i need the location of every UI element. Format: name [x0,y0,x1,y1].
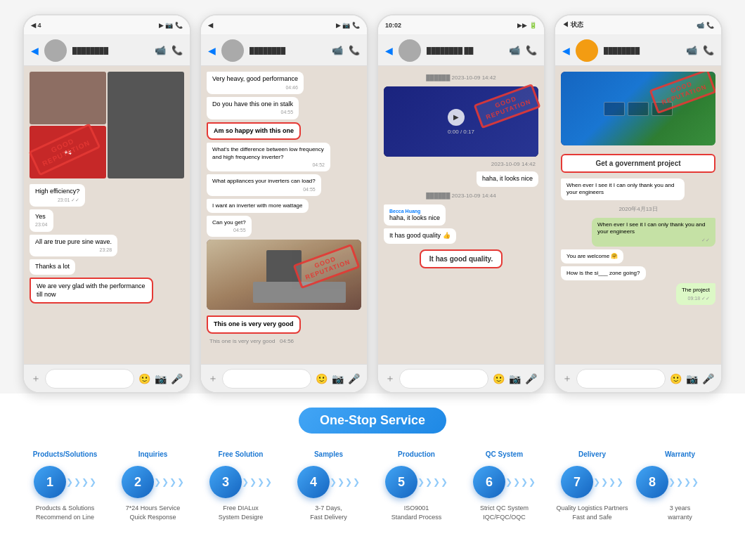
mic-icon-4[interactable]: 🎤 [702,373,714,384]
plus-icon-2[interactable]: ＋ [208,372,218,385]
msg-happy: Am so happy with this one [207,122,301,141]
header-icons-3: 📹 📞 [509,45,537,56]
step-6-row: 6 ❯ ❯ ❯ ❯ [460,466,548,498]
image-container-2: GOOD REPUTATION [207,240,361,310]
msg-appliances: What appliances your inverters can load?… [207,174,321,195]
video-player: ▶ 0:00 / 0:17 GOOD REPUTATION [384,86,538,157]
chat-header-3: ◀ ████████ ██ 📹 📞 [378,35,544,66]
step-3-arrows: ❯ ❯ ❯ ❯ [242,478,272,486]
msg-project: The project 09:18 ✓✓ [676,283,715,304]
message-input-1[interactable] [45,369,134,389]
back-arrow-2[interactable]: ◀ [208,45,216,56]
msg-thanks: Thanks a lot [30,259,75,275]
plus-icon-4[interactable]: ＋ [562,372,572,385]
back-arrow[interactable]: ◀ [31,45,39,56]
step-3-label-top: Free Solution [219,450,264,460]
step-5-row: 5 ❯ ❯ ❯ ❯ [372,466,460,498]
step-4-row: 4 ❯ ❯ ❯ ❯ [285,466,372,498]
solar-image: GOOD REPUTATION [561,72,715,145]
msg-can-you-get: Can you get? 04:55 [207,216,252,237]
video-icon-2[interactable]: 📹 [332,45,343,56]
step-7-row: 7 ❯ ❯ ❯ ❯ [548,466,636,498]
video-container: ▶ 0:00 / 0:17 GOOD REPUTATION [384,86,538,157]
chat-body-1: +4 GOOD REPUTATION High efficiency? 23:0… [24,66,190,364]
step-8: Warranty 8 ❯ ❯ ❯ ❯ 3 yearswarranty [636,450,724,523]
msg-high-efficiency: High efficiency? 23:01 ✓✓ [30,184,85,207]
phone-icon-3[interactable]: 📞 [526,45,537,56]
msg-timestamp: This one is very very good 04:56 [207,337,361,346]
image-grid: +4 [30,72,184,178]
message-input-3[interactable] [399,369,488,389]
emoji-icon-2[interactable]: 🙂 [316,373,328,384]
step-8-row: 8 ❯ ❯ ❯ ❯ [636,466,724,498]
step-6-label-top: QC System [486,450,523,460]
step-1-circle: 1 [34,466,66,498]
msg-thank-sent: When ever I see it I can only thank you … [592,218,715,247]
step-5-arrows: ❯ ❯ ❯ ❯ [417,478,448,486]
step-5-circle: 5 [385,466,417,498]
step-7-arrows: ❯ ❯ ❯ ❯ [593,478,623,486]
emoji-icon[interactable]: 🙂 [138,373,150,384]
mic-icon[interactable]: 🎤 [171,373,183,384]
msg-wattage: I want an inverter with more wattage [207,199,309,213]
video-icon-4[interactable]: 📹 [686,45,697,56]
step-8-circle: 8 [636,466,668,498]
phone-3: 10:02 ▶▶ 🔋 ◀ ████████ ██ 📹 📞 ██████ 2023… [377,14,545,393]
step-5: Production 5 ❯ ❯ ❯ ❯ ISO9001Standard Pro… [372,450,460,523]
solar-container: GOOD REPUTATION [561,72,715,145]
back-arrow-4[interactable]: ◀ [562,45,570,56]
msg-thank-you: When ever I see it I can only thank you … [561,178,685,200]
msg-welcome: You are welcome 🤗 [561,249,623,263]
step-1-label-bottom: Products & SolutionsRecommend on Line [36,504,95,523]
step-6: QC System 6 ❯ ❯ ❯ ❯ Strict QC SystemIQC/… [460,450,548,523]
one-stop-service-section: One-Stop Service Products/Solutions 1 ❯ … [0,393,745,538]
step-4-arrows: ❯ ❯ ❯ ❯ [330,478,360,486]
video-icon-3[interactable]: 📹 [509,45,520,56]
msg-looks-nice: haha, it looks nice [477,171,538,187]
step-1-label-top: Products/Solutions [33,450,98,460]
video-timestamp: 2023-10-09 14:42 [384,159,538,169]
contact-name-4: ████████ [604,47,640,54]
status-bar-2: ◀ ▶ 📷 📞 [201,15,367,35]
step-7-label-bottom: Quality Logistics PartnersFast and Safe [556,504,628,523]
msg-good-quality: It has good quality 👍 [384,228,456,244]
msg-glad: We are very glad with the performance ti… [30,278,153,304]
installation-image: GOOD REPUTATION [207,240,361,310]
message-input-2[interactable] [222,369,311,389]
camera-icon-3[interactable]: 📷 [509,373,521,384]
plus-icon[interactable]: ＋ [31,372,41,385]
step-4: Samples 4 ❯ ❯ ❯ ❯ 3-7 Days,Fast Delivery [285,450,372,523]
phone-icon-2[interactable]: 📞 [349,45,360,56]
step-1-row: 1 ❯ ❯ ❯ ❯ [21,466,109,498]
message-input-4[interactable] [576,369,666,389]
msg-heavy: Very heavy, good performance 04:46 [207,72,304,94]
quality-highlight: It has good quality. [420,249,503,268]
step-7: Delivery 7 ❯ ❯ ❯ ❯ Quality Logistics Par… [548,450,636,523]
emoji-icon-3[interactable]: 🙂 [493,373,505,384]
emoji-icon-4[interactable]: 🙂 [670,373,682,384]
step-7-label-top: Delivery [578,450,606,460]
grid-img-3: +4 [30,126,106,178]
camera-icon-4[interactable]: 📷 [686,373,698,384]
phone-icon[interactable]: 📞 [171,45,183,56]
video-icon[interactable]: 📹 [155,45,166,56]
service-title: One-Stop Service [299,408,446,434]
phone-1: ◀ 4 ▶ 📷 📞 ◀ ████████ 📹 📞 +4 [22,14,191,393]
contact-name-2: ████████ [250,47,285,54]
back-arrow-3[interactable]: ◀ [385,45,393,56]
step-5-label-bottom: ISO9001Standard Process [391,504,442,523]
msg-stalk: Do you have this one in stalk 04:55 [207,97,299,119]
camera-icon[interactable]: 📷 [155,373,167,384]
camera-icon-2[interactable]: 📷 [332,373,344,384]
mic-icon-2[interactable]: 🎤 [348,373,360,384]
step-6-circle: 6 [473,466,505,498]
step-8-label-top: Warranty [665,450,695,460]
mic-icon-3[interactable]: 🎤 [525,373,537,384]
step-4-label-top: Samples [314,450,343,460]
service-title-wrapper: One-Stop Service [21,408,724,434]
play-button[interactable]: ▶ [448,109,465,126]
chat-body-4: GOOD REPUTATION Get a government project… [555,66,721,364]
phone-icon-4[interactable]: 📞 [703,45,714,56]
plus-icon-3[interactable]: ＋ [385,372,395,385]
msg-yes: Yes 23:04 [30,209,53,232]
